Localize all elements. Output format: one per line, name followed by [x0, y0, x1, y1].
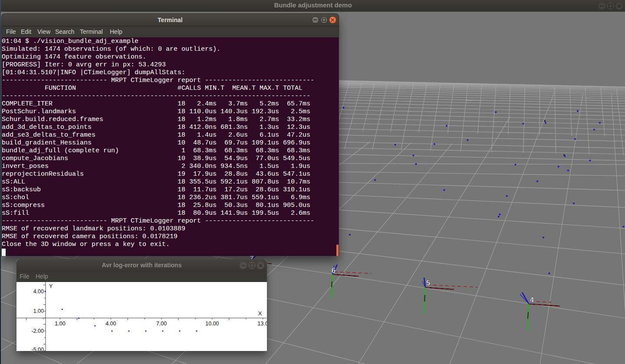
- svg-text:7.00: 7.00: [156, 321, 167, 327]
- svg-text:10.00: 10.00: [205, 321, 219, 327]
- svg-text:4: 4: [530, 296, 534, 304]
- svg-text:-5.00: -5.00: [32, 347, 44, 351]
- svg-text:13.0: 13.0: [258, 321, 267, 327]
- svg-text:4.00: 4.00: [105, 321, 116, 327]
- svg-text:-2.00: -2.00: [32, 328, 44, 334]
- svg-text:1.00: 1.00: [55, 321, 65, 327]
- svg-text:4.00: 4.00: [33, 289, 44, 295]
- svg-text:X: X: [258, 311, 262, 317]
- svg-text:5: 5: [426, 279, 430, 287]
- svg-text:1.00: 1.00: [33, 308, 44, 314]
- svg-text:6: 6: [332, 267, 336, 274]
- svg-text:Y: Y: [49, 283, 53, 289]
